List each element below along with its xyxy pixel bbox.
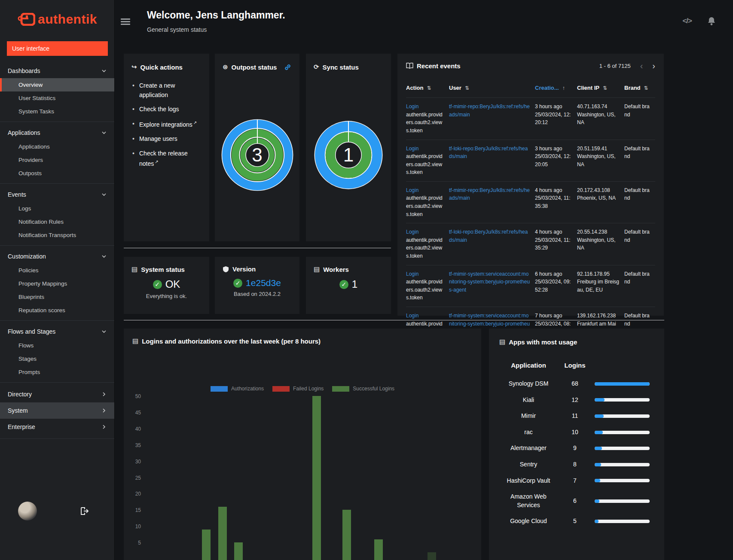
event-action-link[interactable]: Login [406, 229, 418, 235]
usage-bar-fill [595, 520, 599, 523]
sort-icon[interactable]: ⇅ [465, 85, 469, 91]
sidebar-section-flows-and-stages[interactable]: Flows and Stages [0, 324, 114, 339]
sidebar-item-logs[interactable]: Logs [0, 202, 114, 215]
quick-action-explore-integrations[interactable]: Explore integrations↗ [131, 117, 202, 132]
external-link-icon: ↗ [155, 159, 158, 164]
api-browser-icon[interactable]: </> [682, 17, 692, 25]
sidebar-section-enterprise[interactable]: Enterprise [0, 419, 114, 435]
pagination-next-icon[interactable]: › [652, 61, 655, 70]
event-row: Loginauthentik.providers.oauth2.views.to… [406, 223, 655, 265]
event-brand: Default brand [624, 103, 655, 134]
user-interface-button[interactable]: User interface [7, 41, 108, 56]
sidebar-item-stages[interactable]: Stages [0, 352, 114, 365]
event-action-link[interactable]: Login [406, 187, 418, 193]
sidebar-item-prompts[interactable]: Prompts [0, 365, 114, 379]
sidebar-item-flows[interactable]: Flows [0, 339, 114, 352]
column-header-user[interactable]: User⇅ [449, 84, 535, 92]
sidebar-item-notification-rules[interactable]: Notification Rules [0, 215, 114, 228]
sidebar-section-system[interactable]: System [0, 402, 114, 419]
sidebar-item-system-tasks[interactable]: System Tasks [0, 105, 114, 118]
sort-icon[interactable]: ⇅ [603, 85, 607, 91]
event-timestamp: 25/03/2024, 12:20:05 [535, 152, 573, 168]
event-age: 3 hours ago [535, 103, 573, 111]
app-name: Mimir [499, 412, 558, 420]
quick-action-check-logs[interactable]: Check the logs [131, 102, 202, 117]
sort-icon[interactable]: ⇅ [644, 85, 648, 91]
server-icon: ▤ [132, 337, 138, 345]
app-logins: 8 [558, 460, 592, 469]
y-tick-label: 50 [135, 393, 141, 399]
event-user-link[interactable]: tf-mimir-repo:BeryJu/k8s:ref:refs/heads/… [449, 103, 530, 118]
sidebar-section-dashboards[interactable]: Dashboards [0, 64, 114, 78]
divider [124, 248, 391, 248]
sidebar-item-blueprints[interactable]: Blueprints [0, 290, 114, 304]
pagination-label: 1 - 6 of 7125 [599, 63, 631, 69]
column-header-client-ip[interactable]: Client IP⇅ [577, 84, 624, 92]
sidebar-section-customization[interactable]: Customization [0, 249, 114, 264]
app-logins: 11 [558, 412, 592, 420]
event-action-link[interactable]: Login [406, 146, 418, 152]
event-action-app: authentik.providers.oauth2.views.token [406, 111, 445, 135]
server-icon: ▤ [131, 265, 137, 273]
event-action-link[interactable]: Login [406, 313, 418, 319]
divider [0, 122, 114, 122]
app-logins: 12 [558, 396, 592, 405]
card-title: Quick actions [140, 64, 183, 71]
quick-action-manage-users[interactable]: Manage users [131, 132, 202, 146]
sort-icon[interactable]: ⇅ [427, 85, 431, 91]
card-title: Sync status [323, 64, 359, 71]
event-user-link[interactable]: tf-loki-repo:BeryJu/k8s:ref:refs/heads/m… [449, 229, 528, 243]
sidebar-item-applications[interactable]: Applications [0, 140, 114, 153]
event-action-app: authentik.providers.oauth2.views.token [406, 152, 445, 177]
events-table-header: Action⇅ User⇅ Creatio...↑ Client IP⇅ Bra… [406, 81, 655, 97]
column-header-brand[interactable]: Brand⇅ [624, 84, 655, 92]
event-user-link[interactable]: tf-mimir-repo:BeryJu/k8s:ref:refs/heads/… [449, 187, 530, 201]
sort-asc-icon[interactable]: ↑ [562, 85, 565, 91]
event-ip: 40.71.163.74 [577, 103, 620, 111]
event-user-link[interactable]: tf-mimir-system:serviceaccount:monitorin… [449, 271, 530, 293]
chart-bar [312, 396, 321, 560]
quick-action-create-application[interactable]: Create a new application [131, 79, 202, 102]
sidebar-item-outposts[interactable]: Outposts [0, 167, 114, 180]
column-header-creation-date[interactable]: Creatio...↑ [535, 84, 577, 92]
app-usage-row: Kiali 12 [499, 392, 654, 408]
logout-icon[interactable] [80, 507, 89, 515]
link-icon[interactable] [284, 64, 291, 70]
chart-title: Logins and authorizations over the last … [142, 338, 321, 345]
quick-action-release-notes[interactable]: Check the release notes↗ [131, 146, 202, 171]
avatar[interactable] [18, 502, 37, 520]
sidebar-section-applications[interactable]: Applications [0, 125, 114, 140]
event-timestamp: 25/03/2024, 12:20:12 [535, 111, 573, 127]
notifications-bell-icon[interactable] [707, 16, 716, 26]
book-icon [406, 63, 413, 69]
y-tick-label: 15 [135, 507, 141, 513]
sidebar-item-notification-transports[interactable]: Notification Transports [0, 228, 114, 242]
sync-status-card: ⟳ Sync status 1 [306, 54, 391, 241]
sidebar-item-providers[interactable]: Providers [0, 153, 114, 167]
version-subtitle: Based on 2024.2.2 [223, 291, 292, 297]
event-user-link[interactable]: tf-loki-repo:BeryJu/k8s:ref:refs/heads/m… [449, 146, 528, 160]
sidebar-section-events[interactable]: Events [0, 187, 114, 202]
usage-bar [595, 499, 650, 503]
menu-toggle-icon[interactable] [121, 17, 130, 26]
legend-swatch [272, 386, 290, 392]
sidebar-item-property-mappings[interactable]: Property Mappings [0, 277, 114, 290]
sidebar-item-user-statistics[interactable]: User Statistics [0, 91, 114, 105]
sidebar-item-reputation-scores[interactable]: Reputation scores [0, 304, 114, 317]
pagination-prev-icon[interactable]: ‹ [640, 61, 643, 70]
sidebar-section-directory[interactable]: Directory [0, 386, 114, 402]
server-icon: ▤ [314, 265, 320, 273]
app-name: Sentry [499, 460, 558, 469]
usage-bar-fill [595, 398, 605, 402]
version-value[interactable]: 1e25d3e [246, 278, 281, 288]
event-geo: Washington, US, NA [577, 236, 620, 252]
check-icon: ✓ [233, 279, 242, 288]
usage-bar-fill [595, 382, 650, 386]
event-action-link[interactable]: Login [406, 103, 418, 110]
sidebar-item-policies[interactable]: Policies [0, 264, 114, 277]
usage-bar-fill [595, 463, 601, 466]
sidebar-item-overview[interactable]: Overview [0, 78, 114, 91]
event-action-link[interactable]: Login [406, 271, 418, 277]
event-action-app: authentik.providers.oauth2.views.token [406, 194, 445, 218]
column-header-action[interactable]: Action⇅ [406, 84, 449, 92]
